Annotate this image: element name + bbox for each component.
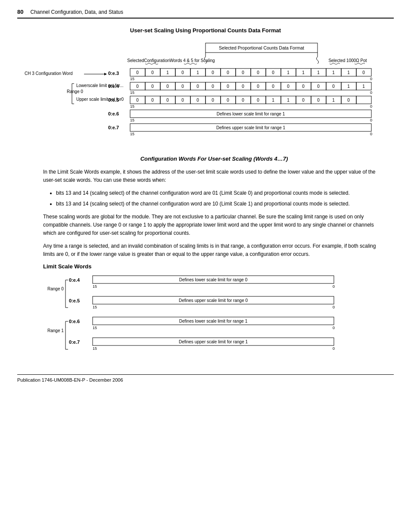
content-section: Configuration Words For User-set Scaling… [43,156,385,361]
svg-text:0: 0 [136,98,139,103]
svg-text:0:e.7: 0:e.7 [69,339,80,345]
svg-text:0: 0 [196,84,199,89]
svg-text:0:e.6: 0:e.6 [69,319,80,324]
svg-text:1: 1 [287,70,290,75]
svg-text:1: 1 [332,70,335,75]
svg-text:1: 1 [332,98,335,103]
svg-text:0: 0 [302,84,305,89]
svg-text:1: 1 [166,70,169,75]
svg-text:0: 0 [181,84,184,89]
svg-text:15: 15 [130,104,134,109]
svg-text:0: 0 [227,98,229,103]
svg-text:0: 0 [333,346,335,351]
svg-text:Defines upper scale limit for : Defines upper scale limit for range 0 [179,298,248,303]
svg-text:Defines lower scale limit for : Defines lower scale limit for range 0 [179,277,248,282]
svg-text:SelectedConfigurationWords 4 &: SelectedConfigurationWords 4 & 5 for Sca… [127,58,215,63]
svg-text:Range 1: Range 1 [47,328,64,333]
svg-text:Defines lower scale limit for : Defines lower scale limit for range 1 [179,319,248,324]
svg-text:15: 15 [93,346,97,351]
bullet-item-2: bits 13 and 14 (scaling select) of the c… [56,200,385,208]
svg-text:0: 0 [166,98,169,103]
svg-text:0: 0 [181,70,184,75]
svg-text:0: 0 [362,70,365,75]
svg-text:0:e.7: 0:e.7 [108,125,119,130]
svg-text:15: 15 [93,326,97,330]
svg-text:0:e.3: 0:e.3 [108,71,119,76]
svg-text:0: 0 [287,84,290,89]
svg-text:0: 0 [242,70,244,75]
svg-text:Defines upper scale limit for : Defines upper scale limit for range 1 [179,339,248,344]
svg-text:0:e.5: 0:e.5 [69,298,80,303]
svg-text:0: 0 [136,70,139,75]
svg-text:0: 0 [370,77,372,81]
subsection-title: Configuration Words For User-set Scaling… [43,156,385,162]
svg-text:0: 0 [151,70,154,75]
svg-text:0: 0 [370,132,372,136]
svg-text:0: 0 [136,84,139,89]
svg-text:CH 3 Configuration Word: CH 3 Configuration Word [25,71,73,76]
svg-text:0: 0 [370,104,372,109]
svg-text:15: 15 [93,305,97,309]
svg-text:15: 15 [130,118,134,122]
svg-text:0: 0 [181,98,184,103]
body-paragraph-1: In the Limit Scale Words example, it sho… [43,168,385,184]
svg-text:0: 0 [333,305,335,309]
svg-text:0: 0 [212,70,214,75]
svg-text:Selected Proportional Counts D: Selected Proportional Counts Data Format [219,45,304,50]
publication-info: Publication 1746-UM008B-EN-P - December … [17,377,123,383]
svg-text:0: 0 [227,70,229,75]
svg-text:1: 1 [347,84,350,89]
bullet-list: bits 13 and 14 (scaling select) of the c… [56,189,385,208]
limit-scale-diagram: Range 0 Range 1 0:e.4 Defines lower scal… [43,274,385,361]
svg-text:15: 15 [130,77,134,81]
svg-text:0:e.5: 0:e.5 [108,97,119,103]
svg-text:1: 1 [287,98,290,103]
svg-text:0: 0 [166,84,169,89]
footer: Publication 1746-UM008B-EN-P - December … [17,374,394,383]
svg-text:0: 0 [317,98,320,103]
svg-text:0: 0 [370,90,372,95]
svg-text:0: 0 [333,326,335,330]
limit-scale-title: Limit Scale Words [43,263,385,270]
svg-text:Defines lower scale limit for : Defines lower scale limit for range 1 [217,112,285,116]
header-title: Channel Configuration, Data, and Status [30,9,123,15]
svg-text:0: 0 [332,84,335,89]
svg-text:Range 0: Range 0 [47,286,64,291]
body-paragraph-2: These scaling words are global for the m… [43,213,385,237]
main-title: User-set Scaling Using Proportional Coun… [17,27,394,34]
svg-text:0: 0 [227,84,229,89]
svg-text:0: 0 [272,70,274,75]
svg-text:15: 15 [130,132,134,136]
svg-text:0: 0 [196,98,199,103]
svg-text:0: 0 [257,84,259,89]
svg-text:Selected 1000Ω Pot: Selected 1000Ω Pot [328,58,367,63]
svg-rect-112 [356,96,371,104]
svg-text:0:e.4: 0:e.4 [108,84,119,89]
svg-text:0: 0 [257,70,259,75]
svg-text:0: 0 [272,84,274,89]
svg-text:0: 0 [302,98,305,103]
svg-text:0: 0 [333,284,335,289]
page-header: 80 Channel Configuration, Data, and Stat… [17,9,394,19]
svg-text:1: 1 [272,98,274,103]
svg-text:15: 15 [93,284,97,289]
svg-text:1: 1 [362,84,365,89]
top-diagram: Selected Proportional Counts Data Format… [17,41,394,143]
svg-text:0:e.6: 0:e.6 [108,111,119,116]
svg-text:0: 0 [151,98,154,103]
svg-text:15: 15 [130,90,134,95]
svg-text:Range 0: Range 0 [67,89,83,94]
svg-text:0: 0 [242,98,244,103]
svg-text:0: 0 [151,84,154,89]
svg-text:0: 0 [242,84,244,89]
svg-text:Defines upper scale limit for : Defines upper scale limit for range 1 [216,125,286,130]
svg-text:1: 1 [302,70,305,75]
svg-text:0: 0 [317,84,320,89]
svg-text:0: 0 [370,118,372,122]
svg-text:1: 1 [347,70,350,75]
svg-text:0: 0 [212,98,214,103]
svg-text:0:e.4: 0:e.4 [69,277,80,283]
body-paragraph-3: Any time a range is selected, and an inv… [43,242,385,258]
page-number: 80 [17,9,23,15]
svg-text:1: 1 [196,70,199,75]
